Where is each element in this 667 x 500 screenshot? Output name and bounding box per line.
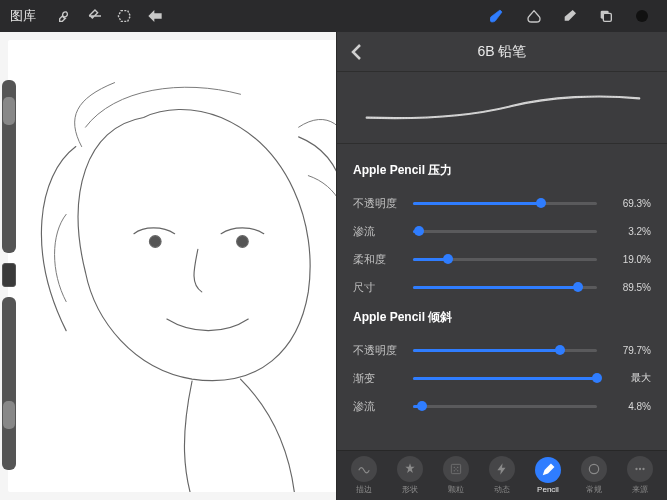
category-general[interactable]: 常规 [581,456,607,495]
svg-point-8 [454,467,455,468]
svg-point-10 [454,470,455,471]
smudge-tool[interactable] [519,1,549,31]
slider-label: 柔和度 [353,252,403,267]
slider-row: 不透明度69.3% [353,189,651,217]
slider-track[interactable] [413,377,597,380]
svg-point-13 [589,464,598,473]
panel-header: 6B 铅笔 [337,32,667,72]
category-source[interactable]: 来源 [627,456,653,495]
slider-row: 渐变最大 [353,364,651,392]
eraser-tool[interactable] [555,1,585,31]
slider-row: 柔和度19.0% [353,245,651,273]
slider-value: 69.3% [607,198,651,209]
category-label: 常规 [586,484,602,495]
slider-row: 渗流4.8% [353,392,651,420]
svg-point-3 [149,236,161,248]
slider-row: 不透明度79.7% [353,336,651,364]
slider-row: 尺寸89.5% [353,273,651,301]
slider-value: 最大 [607,371,651,385]
svg-point-11 [457,470,458,471]
tool-wrench[interactable] [50,1,80,31]
slider-value: 89.5% [607,282,651,293]
slider-label: 渗流 [353,224,403,239]
bolt-icon [489,456,515,482]
category-stroke[interactable]: 描边 [351,456,377,495]
slider-label: 渐变 [353,371,403,386]
category-grain[interactable]: 颗粒 [443,456,469,495]
slider-value: 3.2% [607,226,651,237]
slider-value: 19.0% [607,254,651,265]
chevron-left-icon [345,40,369,64]
grain-icon [443,456,469,482]
slider-value: 79.7% [607,345,651,356]
brush-tool[interactable] [483,1,513,31]
tool-select[interactable] [110,1,140,31]
opacity-slider[interactable] [2,297,16,470]
category-dynamics[interactable]: 动态 [489,456,515,495]
category-label: 形状 [402,484,418,495]
app-root: 图库 [0,0,667,500]
category-pencil[interactable]: Pencil [535,457,561,494]
category-bar: 描边形状颗粒动态Pencil常规来源 [337,450,667,500]
tool-adjust[interactable] [80,1,110,31]
stroke-preview [337,72,667,144]
star-icon [397,456,423,482]
svg-point-14 [635,468,637,470]
circle-icon [581,456,607,482]
slider-label: 尺寸 [353,280,403,295]
panel-title: 6B 铅笔 [477,43,526,61]
dots-icon [627,456,653,482]
svg-rect-1 [603,13,611,21]
back-button[interactable] [345,40,369,64]
slider-track[interactable] [413,258,597,261]
right-tool-group [483,1,657,31]
slider-row: 渗流3.2% [353,217,651,245]
stroke-preview-graphic [357,88,647,128]
category-label: 动态 [494,484,510,495]
slider-track[interactable] [413,349,597,352]
slider-track[interactable] [413,202,597,205]
section-title: Apple Pencil 压力 [353,162,651,179]
library-button[interactable]: 图库 [10,7,36,25]
slider-track[interactable] [413,286,597,289]
svg-point-15 [639,468,641,470]
top-toolbar: 图库 [0,0,667,32]
layers-button[interactable] [591,1,621,31]
slider-value: 4.8% [607,401,651,412]
svg-point-12 [455,468,456,469]
category-label: 来源 [632,484,648,495]
section-title: Apple Pencil 倾斜 [353,309,651,326]
modifier-button[interactable] [2,263,16,287]
svg-point-16 [642,468,644,470]
brush-settings-panel: 6B 铅笔 Apple Pencil 压力不透明度69.3%渗流3.2%柔和度1… [336,32,667,500]
sidebar-sliders [2,80,16,470]
brush-size-slider[interactable] [2,80,16,253]
category-label: Pencil [537,485,559,494]
category-label: 描边 [356,484,372,495]
category-shape[interactable]: 形状 [397,456,423,495]
svg-point-4 [237,236,249,248]
slider-label: 渗流 [353,399,403,414]
tool-transform[interactable] [140,1,170,31]
wave-icon [351,456,377,482]
slider-track[interactable] [413,405,597,408]
slider-label: 不透明度 [353,196,403,211]
svg-point-2 [636,10,648,22]
panel-body: Apple Pencil 压力不透明度69.3%渗流3.2%柔和度19.0%尺寸… [337,144,667,450]
slider-track[interactable] [413,230,597,233]
category-label: 颗粒 [448,484,464,495]
svg-point-9 [457,467,458,468]
color-button[interactable] [627,1,657,31]
pencil-icon [535,457,561,483]
slider-label: 不透明度 [353,343,403,358]
